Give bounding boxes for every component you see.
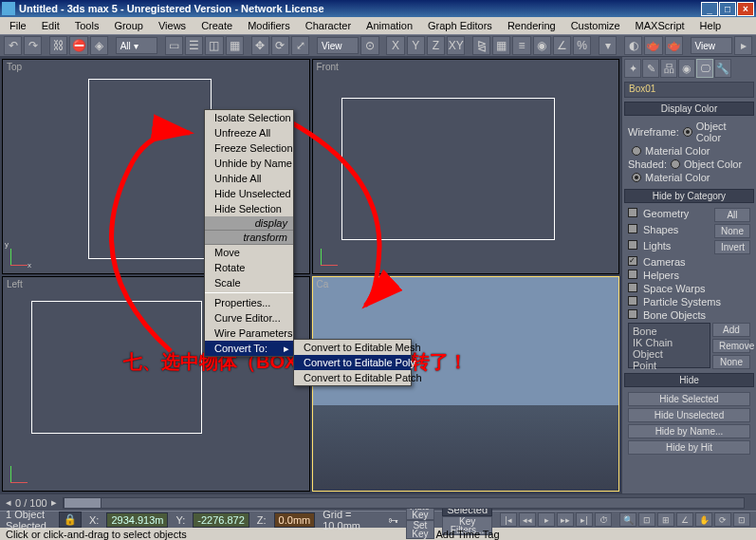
pan-button[interactable]: ✋ xyxy=(695,512,712,527)
btn-hide-by-hit[interactable]: Hide by Hit xyxy=(628,440,750,455)
view-dropdown[interactable]: View xyxy=(691,37,732,54)
ctx-isolate[interactable]: Isolate Selection xyxy=(205,110,293,125)
menu-customize[interactable]: Customize xyxy=(565,19,626,32)
menu-edit[interactable]: Edit xyxy=(36,19,65,32)
btn-next-key[interactable]: ▸ xyxy=(51,496,57,509)
chk-spacewarps[interactable] xyxy=(628,283,637,292)
ctx-convert-to[interactable]: Convert To: ▸ Convert to Editable Mesh C… xyxy=(205,341,293,356)
coord-z[interactable]: 0.0mm xyxy=(274,512,316,528)
prev-frame-button[interactable]: ◂◂ xyxy=(519,512,536,527)
chk-lights[interactable] xyxy=(628,240,637,250)
material-editor-button[interactable]: ◐ xyxy=(624,36,642,55)
coord-x[interactable]: 2934.913m xyxy=(106,512,168,528)
selection-filter[interactable]: All ▾ xyxy=(116,37,157,54)
time-config-button[interactable]: ⏱ xyxy=(595,512,612,527)
chk-boneobjects[interactable] xyxy=(628,309,637,319)
goto-start-button[interactable]: |◂ xyxy=(500,512,517,527)
arc-rotate-button[interactable]: ⟳ xyxy=(714,512,731,527)
tab-hierarchy[interactable]: 品 xyxy=(660,59,677,78)
mirror-button[interactable]: ⧎ xyxy=(472,36,490,55)
ctx-properties[interactable]: Properties... xyxy=(205,295,293,310)
menu-character[interactable]: Character xyxy=(300,19,357,32)
time-slider[interactable]: ◂ 0 / 100 ▸ xyxy=(0,493,756,511)
zoom-button[interactable]: 🔍 xyxy=(619,512,636,527)
restrict-x-button[interactable]: X xyxy=(386,36,404,55)
rollout-hide[interactable]: Hide xyxy=(624,373,754,387)
ctx-hide-unselected[interactable]: Hide Unselected xyxy=(205,186,293,201)
ctx-curve-editor[interactable]: Curve Editor... xyxy=(205,310,293,326)
restrict-z-button[interactable]: Z xyxy=(427,36,445,55)
menu-modifiers[interactable]: Modifiers xyxy=(242,19,296,32)
maximize-button[interactable]: □ xyxy=(719,2,736,16)
zoom-extents-button[interactable]: ⊞ xyxy=(657,512,674,527)
category-listbox[interactable]: Bone IK Chain Object Point xyxy=(628,323,710,368)
select-region-button[interactable]: ◫ xyxy=(205,36,223,55)
named-sel-button[interactable]: ▾ xyxy=(599,36,617,55)
angle-snap-button[interactable]: ∠ xyxy=(553,36,571,55)
list-item[interactable]: IK Chain Object xyxy=(633,337,706,360)
minimize-button[interactable]: _ xyxy=(701,2,718,16)
ctx-convert-patch[interactable]: Convert to Editable Patch xyxy=(294,370,411,385)
tab-modify[interactable]: ✎ xyxy=(642,59,659,78)
ctx-convert-poly[interactable]: Convert to Editable Poly xyxy=(294,355,411,370)
menu-help[interactable]: Help xyxy=(694,19,728,32)
bind-button[interactable]: ◈ xyxy=(90,36,108,55)
key-icon[interactable]: 🗝 xyxy=(388,514,398,526)
fov-button[interactable]: ∠ xyxy=(676,512,693,527)
btn-invert[interactable]: Invert xyxy=(714,240,750,254)
list-item[interactable]: Point xyxy=(633,360,706,371)
menu-grapheditors[interactable]: Graph Editors xyxy=(422,19,498,32)
zoom-all-button[interactable]: ⊡ xyxy=(638,512,655,527)
chk-geometry[interactable] xyxy=(628,208,637,217)
restrict-y-button[interactable]: Y xyxy=(407,36,425,55)
btn-none2[interactable]: None xyxy=(712,355,750,369)
lock-button[interactable]: 🔒 xyxy=(59,512,82,528)
pivot-button[interactable]: ⊙ xyxy=(360,36,378,55)
chk-particles[interactable] xyxy=(628,296,637,306)
goto-end-button[interactable]: ▸| xyxy=(576,512,593,527)
radio-wf-object[interactable] xyxy=(683,127,692,137)
menu-group[interactable]: Group xyxy=(108,19,149,32)
menu-animation[interactable]: Animation xyxy=(360,19,418,32)
tab-utilities[interactable]: 🔧 xyxy=(714,59,731,78)
coord-y[interactable]: -2276.872 xyxy=(193,512,249,528)
btn-hide-by-name[interactable]: Hide by Name... xyxy=(628,424,750,438)
ctx-unfreeze-all[interactable]: Unfreeze All xyxy=(205,125,293,140)
move-button[interactable]: ✥ xyxy=(251,36,269,55)
unlink-button[interactable]: ⛔ xyxy=(69,36,87,55)
btn-add[interactable]: Add xyxy=(712,323,750,337)
ctx-freeze-selection[interactable]: Freeze Selection xyxy=(205,140,293,156)
select-name-button[interactable]: ☰ xyxy=(185,36,203,55)
menu-create[interactable]: Create xyxy=(195,19,238,32)
ctx-unhide-all[interactable]: Unhide All xyxy=(205,171,293,186)
render-last-button[interactable]: ▸ xyxy=(734,36,752,55)
ctx-wire-parameters[interactable]: Wire Parameters xyxy=(205,326,293,341)
render-scene-button[interactable]: 🫖 xyxy=(644,36,662,55)
menu-file[interactable]: File xyxy=(4,19,32,32)
chk-shapes[interactable] xyxy=(628,224,637,233)
btn-prev-key[interactable]: ◂ xyxy=(6,496,11,509)
ctx-move[interactable]: Move xyxy=(205,245,293,260)
select-button[interactable]: ▭ xyxy=(165,36,183,55)
menu-tools[interactable]: Tools xyxy=(69,19,105,32)
chk-helpers[interactable] xyxy=(628,270,637,279)
array-button[interactable]: ▦ xyxy=(492,36,510,55)
radio-sh-material[interactable] xyxy=(632,173,641,182)
rollout-display-color[interactable]: Display Color xyxy=(624,102,754,116)
ctx-unhide-by-name[interactable]: Unhide by Name xyxy=(205,156,293,171)
ctx-hide-selection[interactable]: Hide Selection xyxy=(205,201,293,216)
quick-render-button[interactable]: 🫖 xyxy=(665,36,683,55)
play-button[interactable]: ▸ xyxy=(538,512,555,527)
rollout-hide-category[interactable]: Hide by Category xyxy=(624,189,754,203)
tab-display[interactable]: 🖵 xyxy=(696,59,713,78)
snap-button[interactable]: ◉ xyxy=(533,36,551,55)
btn-none[interactable]: None xyxy=(714,224,750,238)
object-name-field[interactable]: Box01 xyxy=(624,82,754,98)
ref-coord-dropdown[interactable]: View xyxy=(317,37,359,54)
tab-create[interactable]: ✦ xyxy=(624,59,641,78)
percent-snap-button[interactable]: % xyxy=(573,36,591,55)
add-time-tag[interactable]: Add Time Tag xyxy=(436,529,500,540)
time-thumb[interactable] xyxy=(64,497,101,509)
list-item[interactable]: Bone xyxy=(633,326,706,337)
radio-sh-object[interactable] xyxy=(671,159,680,169)
